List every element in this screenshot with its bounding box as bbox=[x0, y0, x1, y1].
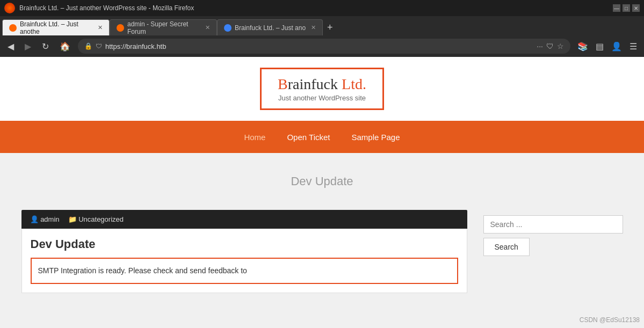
title-bar: Brainfuck Ltd. – Just another WordPress … bbox=[0, 0, 644, 16]
post-content-box: SMTP Integration is ready. Please check … bbox=[31, 258, 458, 284]
nav-open-ticket[interactable]: Open Ticket bbox=[287, 133, 330, 142]
tab-brainfuck-1[interactable]: Brainfuck Ltd. – Just anothe ✕ bbox=[2, 19, 110, 35]
close-button[interactable]: ✕ bbox=[632, 4, 640, 12]
site-tagline: Just another WordPress site bbox=[278, 94, 366, 102]
library-button[interactable]: 📚 bbox=[575, 40, 591, 53]
tab-label: admin - Super Secret Forum bbox=[127, 20, 200, 35]
sidebar-button[interactable]: ▤ bbox=[593, 40, 606, 53]
page-title: Dev Update bbox=[0, 174, 644, 188]
bookmark-button[interactable]: 🛡 bbox=[546, 42, 554, 50]
tab-close-button[interactable]: ✕ bbox=[98, 24, 103, 31]
search-input[interactable] bbox=[483, 215, 623, 234]
search-button[interactable]: Search bbox=[483, 238, 530, 256]
window-controls: — □ ✕ bbox=[613, 4, 640, 12]
star-button[interactable]: ☆ bbox=[557, 42, 564, 50]
forward-button[interactable]: ▶ bbox=[21, 40, 34, 53]
search-widget: Search bbox=[483, 215, 623, 256]
profile-button[interactable]: 👤 bbox=[609, 40, 625, 53]
menu-button[interactable]: ☰ bbox=[627, 40, 640, 53]
post-category: Uncategorized bbox=[68, 215, 124, 223]
maximize-button[interactable]: □ bbox=[623, 4, 630, 12]
title-b: B bbox=[278, 76, 288, 92]
content-wrapper: admin Uncategorized Dev Update SMTP Inte… bbox=[5, 210, 639, 293]
post-content-text: SMTP Integration is ready. Please check … bbox=[38, 266, 247, 275]
tab-brainfuck-2[interactable]: Brainfuck Ltd. – Just ano ✕ bbox=[217, 19, 323, 35]
browser-chrome: Brainfuck Ltd. – Just another WordPress … bbox=[0, 0, 644, 57]
more-options-button[interactable]: ··· bbox=[537, 42, 543, 50]
title-ltd: Ltd. bbox=[342, 76, 366, 92]
nav-sample-page[interactable]: Sample Page bbox=[352, 133, 400, 142]
site-header: Brainfuck Ltd. Just another WordPress si… bbox=[0, 57, 644, 121]
firefox-logo-icon bbox=[4, 3, 15, 13]
tab-label: Brainfuck Ltd. – Just ano bbox=[235, 24, 306, 32]
post-body: Dev Update SMTP Integration is ready. Pl… bbox=[21, 229, 467, 293]
title-bar-left: Brainfuck Ltd. – Just another WordPress … bbox=[4, 3, 194, 13]
lock-icon: 🔒 bbox=[84, 42, 92, 50]
nav-home[interactable]: Home bbox=[244, 133, 265, 142]
tab-favicon-icon bbox=[9, 24, 17, 32]
main-area: Dev Update admin Uncategorized Dev Updat… bbox=[0, 153, 644, 328]
back-button[interactable]: ◀ bbox=[4, 40, 17, 53]
site-title: Brainfuck Ltd. bbox=[278, 76, 366, 93]
url-icons: ··· 🛡 ☆ bbox=[537, 42, 564, 50]
main-content: admin Uncategorized Dev Update SMTP Inte… bbox=[21, 210, 467, 293]
watermark: CSDN @EdSu12138 bbox=[580, 316, 640, 324]
tab-close-button[interactable]: ✕ bbox=[311, 24, 316, 31]
home-button[interactable]: 🏠 bbox=[56, 40, 74, 53]
tab-favicon-icon bbox=[224, 24, 231, 32]
post-author: admin bbox=[30, 215, 60, 223]
tabs-bar: Brainfuck Ltd. – Just anothe ✕ admin - S… bbox=[0, 16, 644, 35]
tab-favicon-icon bbox=[117, 24, 124, 32]
window-title: Brainfuck Ltd. – Just another WordPress … bbox=[19, 4, 194, 12]
post-header: admin Uncategorized bbox=[21, 210, 467, 229]
tab-label: Brainfuck Ltd. – Just anothe bbox=[20, 20, 92, 35]
site-nav: Home Open Ticket Sample Page bbox=[0, 121, 644, 153]
site-branding: Brainfuck Ltd. Just another WordPress si… bbox=[260, 68, 384, 110]
address-bar: ◀ ▶ ↻ 🏠 🔒 🛡 https://brainfuck.htb ··· 🛡 … bbox=[0, 35, 644, 57]
tab-close-button[interactable]: ✕ bbox=[205, 24, 210, 31]
tab-admin-forum[interactable]: admin - Super Secret Forum ✕ bbox=[110, 19, 217, 35]
shield-icon: 🛡 bbox=[96, 42, 102, 50]
toolbar-icons: 📚 ▤ 👤 ☰ bbox=[575, 40, 640, 53]
title-rainfuck: rainfuck bbox=[288, 76, 342, 92]
url-bar[interactable]: 🔒 🛡 https://brainfuck.htb ··· 🛡 ☆ bbox=[78, 39, 570, 54]
minimize-button[interactable]: — bbox=[613, 4, 620, 12]
page-content: Brainfuck Ltd. Just another WordPress si… bbox=[0, 57, 644, 328]
sidebar: Search bbox=[483, 210, 623, 293]
new-tab-button[interactable]: + bbox=[323, 20, 337, 35]
reload-button[interactable]: ↻ bbox=[39, 40, 52, 53]
post-title: Dev Update bbox=[31, 237, 458, 251]
url-display: https://brainfuck.htb bbox=[105, 42, 533, 50]
